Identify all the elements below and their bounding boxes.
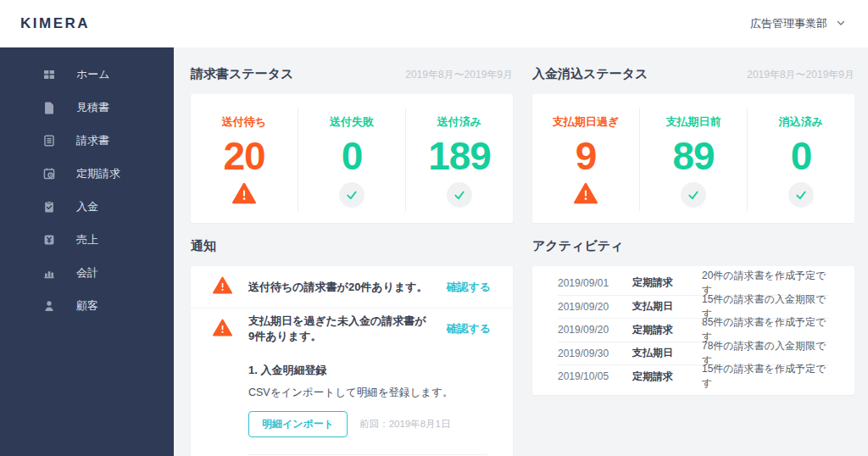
activity-row: 2019/09/20 支払期日 15件の請求書の入金期限です <box>558 295 829 319</box>
activity-type: 支払期日 <box>632 299 702 314</box>
home-grid-icon <box>42 68 56 81</box>
document-icon <box>42 101 56 114</box>
activity-type: 定期請求 <box>632 370 702 384</box>
last-import-note: 前回：2019年8月1日 <box>359 418 450 431</box>
activity-card: 2019/09/01 定期請求 20件の請求書を作成予定です 2019/09/2… <box>532 266 854 395</box>
app-logo: KIMERA <box>20 15 90 32</box>
stat-awaiting-send: 送付待ち 20 <box>191 108 298 211</box>
payment-status-title: 入金消込ステータス <box>532 66 648 82</box>
sidebar-item-invoices[interactable]: 請求書 <box>0 124 174 157</box>
activity-description: 15件の請求書を作成予定です <box>702 362 829 391</box>
activity-title: アクティビティ <box>532 238 623 254</box>
activity-date: 2019/09/30 <box>558 348 632 359</box>
sidebar-item-label: ホーム <box>76 67 110 82</box>
activity-row: 2019/09/01 定期請求 20件の請求書を作成予定です <box>558 271 829 295</box>
invoice-status-panel: 請求書ステータス 2019年8月〜2019年9月 送付待ち 20 送付失敗 0 <box>191 66 513 223</box>
chevron-down-icon <box>836 18 846 31</box>
sidebar-item-label: 顧客 <box>76 298 98 314</box>
stat-before-due: 支払期日前 89 <box>639 108 747 211</box>
top-bar: KIMERA 広告管理事業部 <box>0 0 868 47</box>
activity-type: 定期請求 <box>632 323 702 337</box>
sidebar-item-sales[interactable]: 売上 <box>0 223 174 256</box>
sidebar-item-accounting[interactable]: 会計 <box>0 256 174 289</box>
activity-row: 2019/09/20 定期請求 85件の請求書を作成予定です <box>558 318 829 342</box>
main-content: 請求書ステータス 2019年8月〜2019年9月 送付待ち 20 送付失敗 0 <box>174 47 868 456</box>
check-circle-icon <box>339 182 364 208</box>
sidebar-item-label: 定期請求 <box>76 166 120 181</box>
clipboard-check-icon <box>42 200 56 214</box>
stat-overdue: 支払期日過ぎ 9 <box>532 108 639 211</box>
notifications-title: 通知 <box>191 238 216 254</box>
confirm-link[interactable]: 確認する <box>446 280 491 295</box>
invoice-status-card: 送付待ち 20 送付失敗 0 送付済み 189 <box>191 94 513 223</box>
sidebar-item-label: 見積書 <box>76 100 109 115</box>
sidebar-item-label: 会計 <box>76 265 98 281</box>
sidebar-item-label: 入金 <box>76 199 98 214</box>
activity-type: 定期請求 <box>632 275 702 290</box>
notifications-panel: 通知 送付待ちの請求書が20件あります。 確認する 支払期日を過ぎた未入金の請求… <box>191 238 513 456</box>
payment-status-period: 2019年8月〜2019年9月 <box>747 68 854 82</box>
check-circle-icon <box>788 182 814 208</box>
sidebar-item-customers[interactable]: 顧客 <box>0 289 174 322</box>
reconciliation-steps: 1. 入金明細登録 CSVをインポートして明細を登録します。 明細インポート 前… <box>191 349 513 456</box>
bar-chart-icon <box>42 266 56 280</box>
activity-row: 2019/09/30 支払期日 78件の請求書の入金期限です <box>558 342 829 365</box>
step-title: 1. 入金明細登録 <box>248 363 487 378</box>
activity-row: 2019/10/05 定期請求 15件の請求書を作成予定です <box>558 364 829 388</box>
check-circle-icon <box>447 182 472 208</box>
notifications-card: 送付待ちの請求書が20件あります。 確認する 支払期日を過ぎた未入金の請求書が9… <box>191 266 513 456</box>
invoice-status-title: 請求書ステータス <box>191 66 293 82</box>
step-description: CSVをインポートして明細を登録します。 <box>248 386 487 400</box>
confirm-link[interactable]: 確認する <box>446 321 491 336</box>
sidebar-item-quotes[interactable]: 見積書 <box>0 91 174 124</box>
payment-status-card: 支払期日過ぎ 9 支払期日前 89 消込済み 0 <box>532 94 854 223</box>
org-selector[interactable]: 広告管理事業部 <box>750 16 846 31</box>
import-details-button[interactable]: 明細インポート <box>248 411 348 437</box>
activity-date: 2019/09/20 <box>558 301 632 313</box>
org-selector-label: 広告管理事業部 <box>750 16 827 31</box>
warning-triangle-icon <box>232 182 256 208</box>
warning-triangle-icon <box>213 276 232 298</box>
warning-triangle-icon <box>574 182 598 208</box>
sidebar-item-recurring[interactable]: 定期請求 <box>0 157 174 190</box>
sidebar: ホーム 見積書 請求書 定期請求 入金 売上 会計 顧客 <box>0 47 174 456</box>
activity-date: 2019/09/01 <box>558 277 632 289</box>
payment-status-panel: 入金消込ステータス 2019年8月〜2019年9月 支払期日過ぎ 9 支払期日前… <box>532 66 854 223</box>
notification-item: 支払期日を過ぎた未入金の請求書が9件あります。 確認する <box>191 308 513 349</box>
invoice-document-icon <box>42 134 56 147</box>
sidebar-item-label: 売上 <box>76 232 98 247</box>
warning-triangle-icon <box>213 319 232 340</box>
sidebar-item-label: 請求書 <box>76 133 109 148</box>
activity-date: 2019/09/20 <box>558 324 632 336</box>
invoice-status-period: 2019年8月〜2019年9月 <box>405 68 513 82</box>
sidebar-item-payments[interactable]: 入金 <box>0 190 174 223</box>
activity-date: 2019/10/05 <box>558 370 632 382</box>
activity-type: 支払期日 <box>632 346 702 360</box>
stat-send-failed: 送付失敗 0 <box>298 108 405 211</box>
sidebar-item-home[interactable]: ホーム <box>0 58 174 91</box>
yen-square-icon <box>42 233 56 247</box>
person-icon <box>42 299 56 313</box>
notification-item: 送付待ちの請求書が20件あります。 確認する <box>191 266 513 308</box>
stat-sent: 送付済み 189 <box>405 108 513 211</box>
check-circle-icon <box>681 182 706 208</box>
step-divider <box>248 454 487 455</box>
calendar-clock-icon <box>42 167 56 181</box>
notification-text: 支払期日を過ぎた未入金の請求書が9件あります。 <box>248 314 430 344</box>
stat-reconciled: 消込済み 0 <box>747 108 854 211</box>
activity-panel: アクティビティ 2019/09/01 定期請求 20件の請求書を作成予定です 2… <box>532 238 854 456</box>
notification-text: 送付待ちの請求書が20件あります。 <box>248 280 430 295</box>
app-window: KIMERA 広告管理事業部 ホーム 見積書 請求書 定期請求 入金 <box>0 0 868 456</box>
